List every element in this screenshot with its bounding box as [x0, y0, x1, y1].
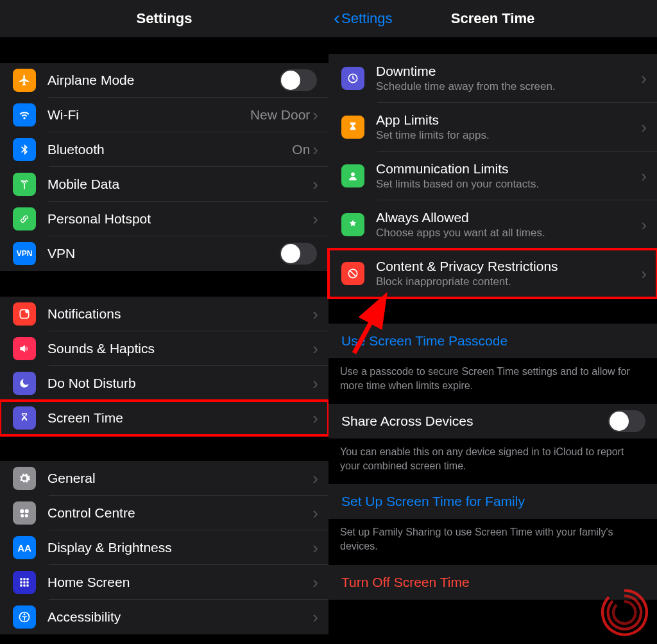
row-airplane[interactable]: Airplane Mode	[0, 63, 328, 98]
chevron-icon: ›	[312, 573, 328, 593]
row-accessibility[interactable]: Accessibility ›	[0, 600, 328, 634]
row-content-restrictions[interactable]: Content & Privacy RestrictionsBlock inap…	[328, 249, 657, 298]
row-dnd[interactable]: Do Not Disturb ›	[0, 366, 328, 401]
svg-rect-13	[23, 584, 25, 586]
group-screentime-items: DowntimeSchedule time away from the scre…	[328, 54, 657, 298]
svg-rect-2	[20, 509, 24, 513]
watermark-logo	[597, 585, 652, 640]
row-downtime[interactable]: DowntimeSchedule time away from the scre…	[328, 54, 657, 103]
label: Mobile Data	[47, 177, 307, 192]
svg-rect-10	[23, 581, 25, 583]
row-notifications[interactable]: Notifications ›	[0, 297, 328, 331]
row-sounds[interactable]: Sounds & Haptics ›	[0, 331, 328, 366]
row-hotspot[interactable]: Personal Hotspot ›	[0, 202, 328, 236]
chevron-icon: ›	[312, 140, 328, 160]
chevron-icon: ›	[312, 607, 328, 627]
page-title: Screen Time	[451, 10, 534, 27]
back-button[interactable]: ‹ Settings	[334, 0, 393, 37]
group-connectivity: Airplane Mode Wi-Fi New Door › Bluetooth…	[0, 63, 328, 271]
group-system: General › Control Centre › AA Display & …	[0, 461, 328, 634]
antenna-icon	[13, 173, 36, 196]
chevron-icon: ›	[312, 469, 328, 489]
person-icon	[341, 164, 364, 187]
chevron-icon: ›	[312, 374, 328, 394]
link-icon	[13, 207, 36, 231]
chevron-icon: ›	[312, 175, 328, 195]
row-always-allowed[interactable]: Always AllowedChoose apps you want at al…	[328, 200, 657, 249]
moon-icon	[13, 372, 36, 395]
row-control-centre[interactable]: Control Centre ›	[0, 496, 328, 530]
vpn-toggle[interactable]	[280, 243, 317, 265]
group-family: Set Up Screen Time for Family	[328, 484, 657, 519]
navbar-left: Settings	[0, 0, 328, 37]
row-screen-time[interactable]: Screen Time ›	[0, 401, 328, 435]
row-home-screen[interactable]: Home Screen ›	[0, 565, 328, 600]
svg-rect-3	[25, 509, 29, 513]
group-alerts: Notifications › Sounds & Haptics › Do No…	[0, 297, 328, 435]
svg-point-18	[351, 173, 355, 177]
chevron-icon: ›	[312, 503, 328, 523]
label: General	[47, 471, 307, 486]
svg-rect-8	[26, 578, 28, 580]
share-toggle[interactable]	[608, 410, 645, 432]
svg-point-4	[21, 514, 24, 518]
label: Airplane Mode	[47, 73, 275, 88]
no-entry-icon	[341, 262, 364, 285]
back-label: Settings	[341, 10, 393, 27]
label: Set Up Screen Time for Family	[341, 494, 652, 509]
chevron-icon: ›	[312, 304, 328, 324]
row-mobile-data[interactable]: Mobile Data ›	[0, 167, 328, 202]
screentime-pane: ‹ Settings Screen Time DowntimeSchedule …	[328, 0, 657, 644]
row-bluetooth[interactable]: Bluetooth On ›	[0, 132, 328, 167]
row-comm-limits[interactable]: Communication LimitsSet limits based on …	[328, 152, 657, 200]
svg-rect-14	[26, 584, 28, 586]
row-app-limits[interactable]: App LimitsSet time limits for apps. ›	[328, 103, 657, 152]
display-icon: AA	[13, 536, 36, 559]
chevron-icon: ›	[312, 209, 328, 229]
settings-pane: Settings Airplane Mode Wi-Fi New Door › …	[0, 0, 328, 644]
chevron-icon: ›	[312, 408, 328, 428]
checkmark-icon	[341, 213, 364, 236]
row-wifi[interactable]: Wi-Fi New Door ›	[0, 98, 328, 132]
svg-point-5	[25, 514, 28, 518]
label: Always Allowed	[376, 210, 636, 225]
airplane-toggle[interactable]	[280, 69, 317, 91]
speaker-icon	[13, 337, 36, 360]
label: Do Not Disturb	[47, 376, 307, 391]
chevron-icon: ›	[312, 538, 328, 558]
row-vpn[interactable]: VPN VPN	[0, 236, 328, 271]
svg-point-16	[24, 613, 26, 615]
svg-rect-11	[26, 581, 28, 583]
label: App Limits	[376, 112, 636, 128]
svg-rect-9	[20, 581, 22, 583]
svg-line-20	[350, 271, 355, 276]
row-general[interactable]: General ›	[0, 461, 328, 496]
row-share[interactable]: Share Across Devices	[328, 404, 657, 439]
sublabel: Set time limits for apps.	[376, 129, 636, 142]
chevron-left-icon: ‹	[334, 8, 340, 28]
vpn-icon: VPN	[13, 242, 36, 265]
bluetooth-icon	[13, 138, 36, 161]
label: Notifications	[47, 306, 307, 322]
wifi-icon	[13, 103, 36, 126]
wifi-value: New Door	[250, 107, 310, 123]
label: Personal Hotspot	[47, 211, 307, 227]
sublabel: Choose apps you want at all times.	[376, 227, 636, 239]
group-share: Share Across Devices	[328, 404, 657, 439]
label: Sounds & Haptics	[47, 341, 307, 356]
airplane-icon	[13, 69, 36, 92]
label: Bluetooth	[47, 142, 287, 157]
navbar-right: ‹ Settings Screen Time	[328, 0, 657, 37]
page-title: Settings	[137, 10, 192, 27]
row-display[interactable]: AA Display & Brightness ›	[0, 530, 328, 565]
chevron-icon: ›	[312, 105, 328, 125]
notifications-icon	[13, 302, 36, 326]
hourglass-icon	[341, 116, 364, 139]
chevron-icon: ›	[641, 166, 657, 186]
label: Home Screen	[47, 575, 307, 590]
label: Display & Brightness	[47, 540, 307, 555]
passcode-footer: Use a passcode to secure Screen Time set…	[328, 358, 657, 404]
row-family[interactable]: Set Up Screen Time for Family	[328, 484, 657, 519]
sublabel: Schedule time away from the screen.	[376, 80, 636, 93]
hourglass-icon	[13, 406, 36, 430]
